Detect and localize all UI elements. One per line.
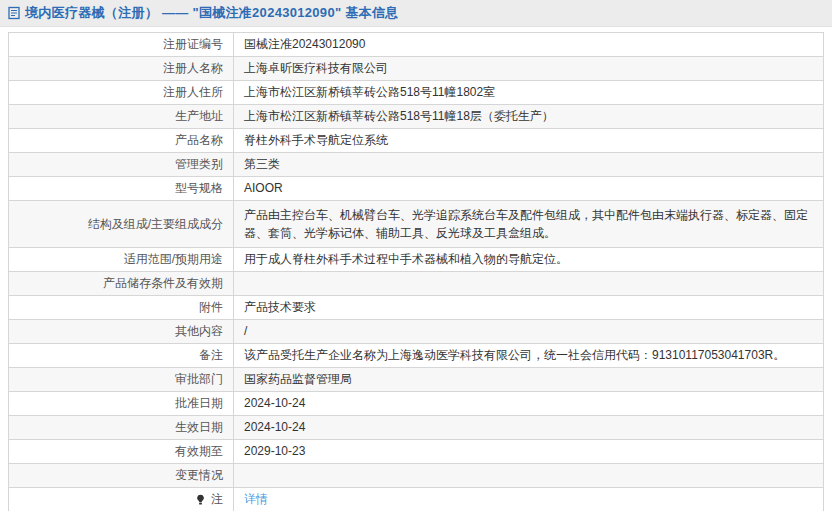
row-value: 国家药品监督管理局	[234, 368, 823, 391]
row-value-text: 上海市松江区新桥镇莘砖公路518号11幢18层（委托生产）	[244, 109, 554, 124]
row-label: 结构及组成/主要组成成分	[9, 201, 234, 247]
row-value: /	[234, 320, 823, 343]
row-label: 生效日期	[9, 416, 234, 439]
row-value-text: 用于成人脊柱外科手术过程中手术器械和植入物的导航定位。	[244, 252, 568, 267]
row-label-text: 注册人住所	[163, 85, 223, 100]
row-label-text: 生产地址	[175, 109, 223, 124]
row-value: AIOOR	[234, 177, 823, 200]
row-value-text: 该产品受托生产企业名称为上海逸动医学科技有限公司，统一社会信用代码：913101…	[244, 348, 785, 363]
row-value-text: 2024-10-24	[244, 420, 305, 435]
row-label: 变更情况	[9, 464, 234, 487]
row-label-text: 批准日期	[175, 396, 223, 411]
row-label-text: 管理类别	[175, 157, 223, 172]
row-value-text: 2024-10-24	[244, 396, 305, 411]
row-label: 备注	[9, 344, 234, 367]
row-value: 上海市松江区新桥镇莘砖公路518号11幢1802室	[234, 81, 823, 104]
row-value-text: 第三类	[244, 157, 280, 172]
row-label: 审批部门	[9, 368, 234, 391]
row-value	[234, 272, 823, 295]
row-label-text: 生效日期	[175, 420, 223, 435]
row-value-text: 脊柱外科手术导航定位系统	[244, 133, 388, 148]
row-value: 详情	[234, 488, 823, 511]
table-row: 注册人名称 上海卓昕医疗科技有限公司	[9, 57, 823, 81]
table-row: 生产地址 上海市松江区新桥镇莘砖公路518号11幢18层（委托生产）	[9, 105, 823, 129]
row-label: 批准日期	[9, 392, 234, 415]
row-label-text: 产品储存条件及有效期	[103, 276, 223, 291]
table-row: 有效期至 2029-10-23	[9, 440, 823, 464]
page-title: 境内医疗器械（注册） —— "国械注准20243012090" 基本信息	[25, 4, 399, 22]
row-value: 上海卓昕医疗科技有限公司	[234, 57, 823, 80]
row-value: 脊柱外科手术导航定位系统	[234, 129, 823, 152]
row-value-text: AIOOR	[244, 181, 283, 196]
row-value: 产品由主控台车、机械臂台车、光学追踪系统台车及配件包组成，其中配件包由末端执行器…	[234, 201, 823, 247]
row-label: 附件	[9, 296, 234, 319]
bulb-icon	[195, 494, 206, 506]
table-row: 型号规格 AIOOR	[9, 177, 823, 201]
row-label-text: 注册人名称	[163, 61, 223, 76]
row-label: 产品名称	[9, 129, 234, 152]
table-row: 生效日期 2024-10-24	[9, 416, 823, 440]
table-row: 结构及组成/主要组成成分 产品由主控台车、机械臂台车、光学追踪系统台车及配件包组…	[9, 201, 823, 248]
document-icon	[8, 6, 20, 20]
row-value	[234, 464, 823, 487]
table-row: 变更情况	[9, 464, 823, 488]
detail-link[interactable]: 详情	[244, 492, 268, 507]
row-label: 生产地址	[9, 105, 234, 128]
row-label-text: 有效期至	[175, 444, 223, 459]
row-label-text: 审批部门	[175, 372, 223, 387]
row-label-text: 附件	[199, 300, 223, 315]
row-label-text: 备注	[199, 348, 223, 363]
row-label-text: 结构及组成/主要组成成分	[88, 217, 223, 232]
row-value-text: 产品技术要求	[244, 300, 316, 315]
row-label-text: 变更情况	[175, 468, 223, 483]
row-label-text: 型号规格	[175, 181, 223, 196]
row-label: 注	[9, 488, 234, 511]
row-label: 注册人住所	[9, 81, 234, 104]
table-row: 批准日期 2024-10-24	[9, 392, 823, 416]
table-row: 产品储存条件及有效期	[9, 272, 823, 296]
table-row: 注册人住所 上海市松江区新桥镇莘砖公路518号11幢1802室	[9, 81, 823, 105]
row-value: 2024-10-24	[234, 416, 823, 439]
row-value: 上海市松江区新桥镇莘砖公路518号11幢18层（委托生产）	[234, 105, 823, 128]
row-label: 注册证编号	[9, 33, 234, 56]
page-header: 境内医疗器械（注册） —— "国械注准20243012090" 基本信息	[0, 0, 832, 27]
table-row: 备注 该产品受托生产企业名称为上海逸动医学科技有限公司，统一社会信用代码：913…	[9, 344, 823, 368]
row-label-text: 注册证编号	[163, 37, 223, 52]
table-row: 注册证编号 国械注准20243012090	[9, 33, 823, 57]
row-value-text: 国家药品监督管理局	[244, 372, 352, 387]
row-value: 2024-10-24	[234, 392, 823, 415]
row-label: 产品储存条件及有效期	[9, 272, 234, 295]
table-row: 产品名称 脊柱外科手术导航定位系统	[9, 129, 823, 153]
table-row: 审批部门 国家药品监督管理局	[9, 368, 823, 392]
info-table: 注册证编号 国械注准20243012090 注册人名称 上海卓昕医疗科技有限公司…	[8, 32, 824, 511]
row-label: 适用范围/预期用途	[9, 248, 234, 271]
row-value: 国械注准20243012090	[234, 33, 823, 56]
row-value-text: /	[244, 324, 247, 339]
row-label: 型号规格	[9, 177, 234, 200]
row-value-text: 国械注准20243012090	[244, 37, 365, 52]
table-row: 附件 产品技术要求	[9, 296, 823, 320]
row-value: 第三类	[234, 153, 823, 176]
row-value: 2029-10-23	[234, 440, 823, 463]
table-row: 适用范围/预期用途 用于成人脊柱外科手术过程中手术器械和植入物的导航定位。	[9, 248, 823, 272]
row-label: 注册人名称	[9, 57, 234, 80]
row-label: 有效期至	[9, 440, 234, 463]
table-row: 其他内容 /	[9, 320, 823, 344]
row-value: 用于成人脊柱外科手术过程中手术器械和植入物的导航定位。	[234, 248, 823, 271]
table-row: 注 详情	[9, 488, 823, 511]
row-label: 管理类别	[9, 153, 234, 176]
table-row: 管理类别 第三类	[9, 153, 823, 177]
row-label: 其他内容	[9, 320, 234, 343]
row-label-text: 其他内容	[175, 324, 223, 339]
row-value-text: 上海市松江区新桥镇莘砖公路518号11幢1802室	[244, 85, 495, 100]
row-value: 该产品受托生产企业名称为上海逸动医学科技有限公司，统一社会信用代码：913101…	[234, 344, 823, 367]
row-label-text: 产品名称	[175, 133, 223, 148]
row-value-text: 2029-10-23	[244, 444, 305, 459]
row-value-text: 产品由主控台车、机械臂台车、光学追踪系统台车及配件包组成，其中配件包由末端执行器…	[244, 205, 813, 243]
row-label-text: 注	[211, 492, 223, 507]
row-value-text: 上海卓昕医疗科技有限公司	[244, 61, 388, 76]
row-value: 产品技术要求	[234, 296, 823, 319]
row-label-text: 适用范围/预期用途	[124, 252, 223, 267]
